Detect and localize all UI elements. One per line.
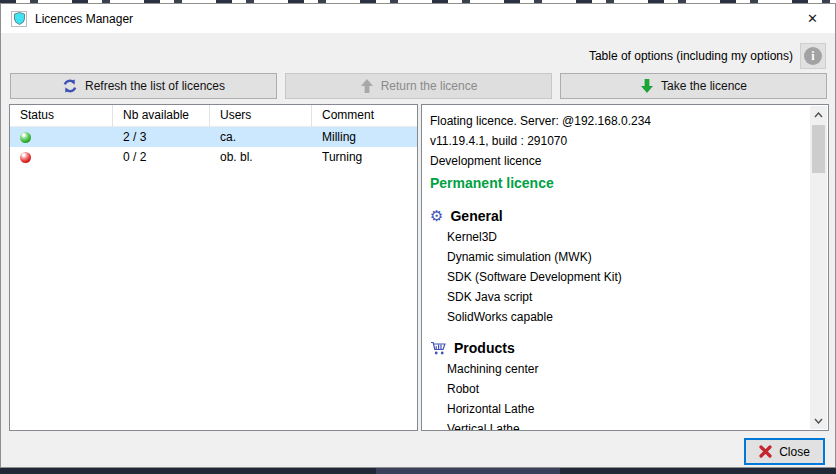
take-button-label: Take the licence xyxy=(661,79,747,93)
app-shield-icon xyxy=(11,11,27,27)
cell-users: ca. xyxy=(210,130,312,144)
window-close-icon[interactable]: ✕ xyxy=(790,4,835,33)
section-products: Products xyxy=(430,337,810,359)
table-row[interactable]: 2 / 3 ca. Milling xyxy=(10,127,417,147)
refresh-icon xyxy=(62,78,78,94)
info-button[interactable]: i xyxy=(800,43,826,69)
licences-manager-screen: Licences Manager ✕ Table of options (inc… xyxy=(0,0,836,474)
column-header-comment[interactable]: Comment xyxy=(312,105,417,127)
refresh-button-label: Refresh the list of licences xyxy=(85,79,225,93)
close-button-label: Close xyxy=(779,445,810,459)
options-row: Table of options (including my options) … xyxy=(589,43,826,69)
licence-type-line: Development licence xyxy=(430,151,810,171)
details-scrollbar[interactable] xyxy=(810,106,827,429)
feature-item: Dynamic simulation (MWK) xyxy=(430,247,810,267)
cell-comment: Milling xyxy=(312,130,417,144)
feature-item: Kernel3D xyxy=(430,227,810,247)
close-x-icon xyxy=(759,445,772,458)
scroll-down-icon[interactable] xyxy=(810,412,827,429)
status-dot-icon xyxy=(20,132,31,143)
feature-item: SolidWorks capable xyxy=(430,307,810,327)
section-general: ⚙ General xyxy=(430,205,810,227)
licence-table: Status Nb available Users Comment 2 / 3 … xyxy=(9,104,418,431)
arrow-up-icon xyxy=(360,78,374,94)
toolbar: Refresh the list of licences Return the … xyxy=(10,73,827,99)
status-dot-icon xyxy=(20,152,31,163)
section-title: General xyxy=(450,208,502,224)
version-line: v11.19.4.1, build : 291070 xyxy=(430,131,810,151)
server-line: Floating licence. Server: @192.168.0.234 xyxy=(430,111,810,131)
window-title: Licences Manager xyxy=(35,12,133,26)
arrow-down-icon xyxy=(640,78,654,94)
scroll-up-icon[interactable] xyxy=(810,106,827,123)
section-title: Products xyxy=(454,340,515,356)
info-icon: i xyxy=(804,47,822,65)
cell-users: ob. bl. xyxy=(210,150,312,164)
product-item: Vertical Lathe xyxy=(430,419,810,430)
licence-details-content: Floating licence. Server: @192.168.0.234… xyxy=(422,105,810,430)
product-item: Machining center xyxy=(430,359,810,379)
background-window-peek-bottom xyxy=(0,468,836,474)
product-item: Robot xyxy=(430,379,810,399)
table-row[interactable]: 0 / 2 ob. bl. Turning xyxy=(10,147,417,167)
column-header-nb-available[interactable]: Nb available xyxy=(113,105,210,127)
title-bar: Licences Manager ✕ xyxy=(1,4,835,33)
feature-item: SDK Java script xyxy=(430,287,810,307)
scrollbar-thumb[interactable] xyxy=(812,125,825,173)
table-header: Status Nb available Users Comment xyxy=(10,105,417,127)
feature-item: SDK (Software Development Kit) xyxy=(430,267,810,287)
cell-nb-available: 0 / 2 xyxy=(113,150,210,164)
return-button-label: Return the licence xyxy=(381,79,478,93)
product-item: Horizontal Lathe xyxy=(430,399,810,419)
options-label: Table of options (including my options) xyxy=(589,49,793,63)
shopping-cart-icon xyxy=(430,340,447,356)
licences-manager-window: Licences Manager ✕ Table of options (inc… xyxy=(0,3,836,468)
column-header-status[interactable]: Status xyxy=(10,105,113,127)
return-licence-button[interactable]: Return the licence xyxy=(285,73,552,99)
cell-nb-available: 2 / 3 xyxy=(113,130,210,144)
refresh-licences-button[interactable]: Refresh the list of licences xyxy=(10,73,277,99)
take-licence-button[interactable]: Take the licence xyxy=(560,73,827,99)
licence-details-panel: Floating licence. Server: @192.168.0.234… xyxy=(421,104,829,431)
permanent-licence-label: Permanent licence xyxy=(430,171,810,195)
close-button[interactable]: Close xyxy=(744,438,825,465)
gear-icon: ⚙ xyxy=(430,208,443,224)
cell-comment: Turning xyxy=(312,150,417,164)
column-header-users[interactable]: Users xyxy=(210,105,312,127)
